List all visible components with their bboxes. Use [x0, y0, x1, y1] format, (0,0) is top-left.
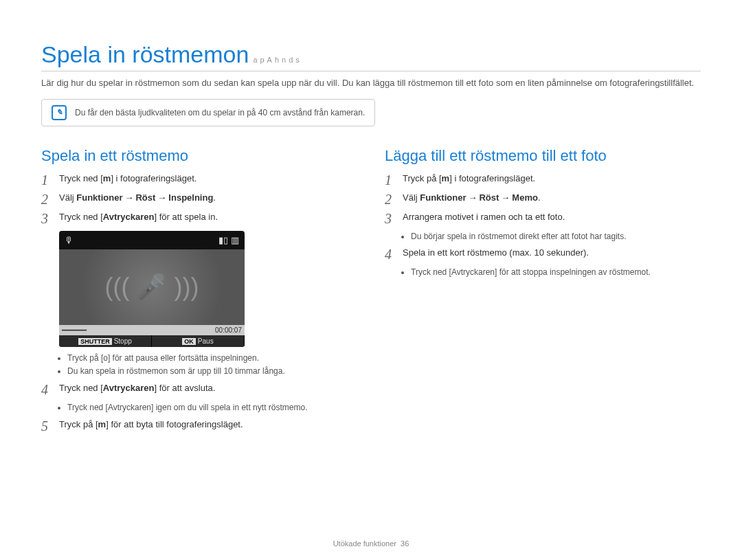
- info-list: Du börjar spela in röstmemot direkt efte…: [411, 231, 701, 243]
- note-icon: ✎: [52, 105, 67, 120]
- ok-action: Paus: [198, 337, 214, 345]
- arrow-right-icon: →: [122, 192, 135, 203]
- page: Spela in röstmemon apAhnds Lär dig hur d…: [0, 0, 742, 560]
- list-item: Tryck ned [Avtryckaren] för att stoppa i…: [411, 267, 701, 278]
- step-text: ] för att byta till fotograferingsläget.: [106, 419, 243, 429]
- step-number: 3: [41, 212, 51, 225]
- shutter-label: SHUTTER: [78, 338, 112, 345]
- step-text: Tryck ned [: [59, 383, 103, 393]
- step-text: Tryck ned [: [59, 173, 103, 183]
- step-text: ] i fotograferingsläget.: [111, 173, 196, 183]
- step-3: 3 Arrangera motivet i ramen och ta ett f…: [385, 212, 701, 225]
- ok-label: OK: [182, 338, 196, 345]
- title-row: Spela in röstmemon apAhnds: [41, 41, 701, 71]
- mode-badges: apAhnds: [253, 56, 302, 64]
- key-label: m: [103, 173, 111, 183]
- info-list: Tryck på [o] för att pausa eller fortsät…: [67, 352, 357, 378]
- step-1: 1 Tryck ned [m] i fotograferingsläget.: [41, 173, 357, 187]
- step-4: 4 Spela in ett kort röstmemo (max. 10 se…: [385, 247, 701, 261]
- step-number: 1: [41, 173, 51, 187]
- page-footer: Utökade funktioner 36: [0, 539, 742, 548]
- right-column: Lägga till ett röstmemo till ett foto 1 …: [385, 143, 701, 438]
- step-number: 1: [385, 173, 394, 187]
- step-text: Välj: [403, 192, 420, 203]
- right-heading: Lägga till ett röstmemo till ett foto: [385, 147, 701, 165]
- step-text: ] i fotograferingsläget.: [449, 173, 535, 183]
- step-text: Tryck på [: [403, 173, 442, 183]
- list-item: Tryck på [o] för att pausa eller fortsät…: [67, 352, 357, 364]
- step-text: Spela in ett kort röstmemo (max. 10 seku…: [403, 247, 589, 258]
- list-item: Du kan spela in röstmemon som är upp til…: [67, 366, 357, 377]
- microphone-big-icon: ((( 🎤 ))): [59, 249, 245, 325]
- footer-page-number: 36: [401, 539, 409, 548]
- arrow-right-icon: →: [499, 192, 512, 203]
- step-text: ] för att spela in.: [155, 212, 218, 222]
- page-title: Spela in röstmemon: [41, 41, 249, 68]
- step-text: Tryck ned [: [59, 212, 103, 222]
- step-1: 1 Tryck på [m] i fotograferingsläget.: [385, 173, 701, 187]
- step-number: 4: [41, 383, 51, 396]
- step-number: 3: [385, 212, 394, 225]
- step-2: 2 Välj Funktioner→Röst→Memo.: [385, 192, 701, 206]
- info-list: Tryck ned [Avtryckaren] igen om du vill …: [67, 402, 357, 414]
- key-label: Avtryckaren: [103, 212, 155, 222]
- step-number: 4: [385, 247, 394, 261]
- menu-path-item: Röst: [135, 192, 155, 203]
- tip-text: Du får den bästa ljudkvaliteten om du sp…: [75, 108, 365, 117]
- menu-path-item: Funktioner: [420, 192, 466, 203]
- step-4: 4 Tryck ned [Avtryckaren] för att avslut…: [41, 383, 357, 396]
- step-5: 5 Tryck på [m] för att byta till fotogra…: [41, 419, 357, 433]
- battery-icon: ▮▯ ▥: [218, 235, 239, 245]
- key-label: m: [442, 173, 450, 183]
- step-number: 5: [41, 419, 51, 433]
- footer-section: Utökade funktioner: [333, 539, 396, 548]
- info-list: Tryck ned [Avtryckaren] för att stoppa i…: [411, 267, 701, 278]
- left-heading: Spela in ett röstmemo: [41, 147, 357, 165]
- arrow-right-icon: →: [466, 192, 479, 203]
- shutter-action: Stopp: [114, 337, 132, 345]
- ok-button-hint: OKPaus: [152, 335, 245, 347]
- list-item: Tryck ned [Avtryckaren] igen om du vill …: [67, 402, 357, 414]
- timecode: 00:00:07: [215, 326, 242, 334]
- left-column: Spela in ett röstmemo 1 Tryck ned [m] i …: [41, 143, 357, 438]
- arrow-right-icon: →: [155, 192, 168, 203]
- camera-screen-preview: 🎙 ▮▯ ▥ ((( 🎤 ))) ━━━━━━ 00:00:07 SHUTTER…: [59, 231, 245, 347]
- step-number: 2: [41, 192, 51, 206]
- step-3: 3 Tryck ned [Avtryckaren] för att spela …: [41, 212, 357, 225]
- step-text: Arrangera motivet i ramen och ta ett fot…: [403, 212, 565, 222]
- step-text: .: [538, 192, 541, 203]
- step-text: Tryck på [: [59, 419, 98, 429]
- step-text: .: [213, 192, 216, 203]
- mic-icon: 🎙: [65, 235, 74, 245]
- key-label: m: [98, 419, 106, 429]
- intro-text: Lär dig hur du spelar in röstmemon som d…: [41, 77, 701, 89]
- step-text: Välj: [59, 192, 76, 203]
- step-text: ] för att avsluta.: [155, 383, 216, 393]
- menu-path-item: Funktioner: [76, 192, 122, 203]
- key-label: Avtryckaren: [103, 383, 155, 393]
- step-2: 2 Välj Funktioner→Röst→Inspelning.: [41, 192, 357, 206]
- menu-path-item: Inspelning: [168, 192, 213, 203]
- progress-bar-icon: ━━━━━━: [62, 326, 87, 334]
- shutter-button-hint: SHUTTERStopp: [59, 335, 152, 347]
- menu-path-item: Röst: [479, 192, 499, 203]
- tip-box: ✎ Du får den bästa ljudkvaliteten om du …: [41, 99, 375, 126]
- step-number: 2: [385, 192, 394, 206]
- list-item: Du börjar spela in röstmemot direkt efte…: [411, 231, 701, 243]
- menu-path-item: Memo: [512, 192, 538, 203]
